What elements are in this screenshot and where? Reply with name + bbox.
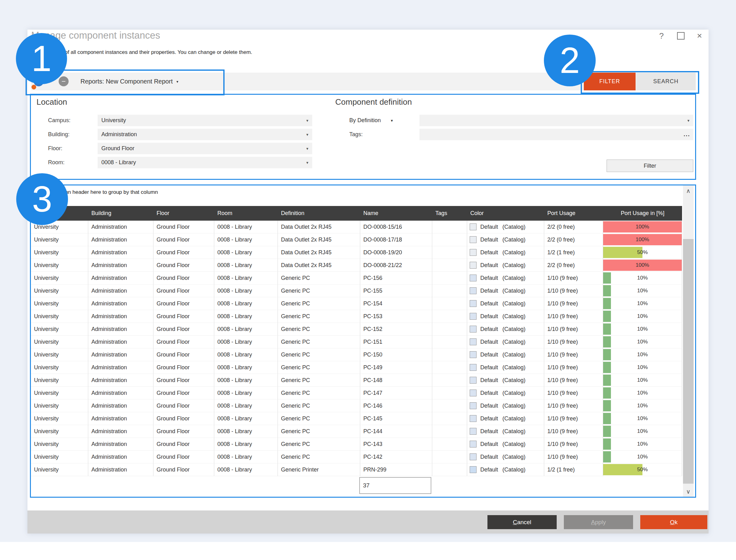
table-row[interactable]: University Administration Ground Floor 0… xyxy=(31,246,682,259)
port-usage-pct-label: 10% xyxy=(603,310,682,323)
color-swatch[interactable] xyxy=(470,364,477,371)
color-swatch[interactable] xyxy=(470,390,477,396)
cell-location: University xyxy=(31,297,88,310)
cell-room: 0008 - Library xyxy=(214,438,278,451)
cell-color: Default (Catalog) xyxy=(467,463,544,476)
vertical-scrollbar[interactable]: ∧ ∨ xyxy=(683,185,694,497)
room-select[interactable]: 0008 - Library ▼ xyxy=(98,157,312,168)
color-name: Default xyxy=(480,463,498,476)
table-row[interactable]: University Administration Ground Floor 0… xyxy=(31,297,682,310)
table-row[interactable]: University Administration Ground Floor 0… xyxy=(31,221,682,233)
cell-port-usage: 1/10 (9 free) xyxy=(544,348,603,361)
cell-building: Administration xyxy=(88,246,153,259)
table-row[interactable]: University Administration Ground Floor 0… xyxy=(31,336,682,348)
maximize-icon[interactable] xyxy=(676,31,686,41)
color-swatch[interactable] xyxy=(470,453,477,460)
cell-floor: Ground Floor xyxy=(153,336,214,348)
table-row[interactable]: University Administration Ground Floor 0… xyxy=(31,348,682,361)
cell-tags xyxy=(432,272,467,285)
campus-select[interactable]: University ▼ xyxy=(98,115,312,126)
filter-button[interactable]: Filter xyxy=(607,160,693,172)
table-row[interactable]: University Administration Ground Floor 0… xyxy=(31,463,682,476)
column-header-port-usage[interactable]: Port Usage xyxy=(544,206,603,221)
column-header-tags[interactable]: Tags xyxy=(432,206,467,221)
color-swatch[interactable] xyxy=(470,262,477,269)
cancel-button[interactable]: Cancel xyxy=(488,515,557,529)
ok-button[interactable]: Ok xyxy=(640,515,707,529)
cell-port-usage-pct: 10% xyxy=(603,425,682,438)
remove-report-button[interactable]: − xyxy=(59,76,69,86)
color-swatch[interactable] xyxy=(470,326,477,333)
table-row[interactable]: University Administration Ground Floor 0… xyxy=(31,412,682,425)
column-header-color[interactable]: Color xyxy=(467,206,544,221)
color-swatch[interactable] xyxy=(470,377,477,384)
table-row[interactable]: University Administration Ground Floor 0… xyxy=(31,285,682,297)
cell-definition: Generic PC xyxy=(278,400,360,412)
table-row[interactable]: University Administration Ground Floor 0… xyxy=(31,387,682,400)
by-definition-selector[interactable]: By Definition ▼ xyxy=(349,115,394,126)
cell-definition: Generic PC xyxy=(278,297,360,310)
dialog-footer: Cancel Apply Ok xyxy=(27,510,709,534)
help-icon[interactable]: ? xyxy=(656,31,667,41)
close-icon[interactable]: × xyxy=(694,31,705,41)
color-name: Default xyxy=(480,272,498,284)
grid-body: University Administration Ground Floor 0… xyxy=(31,221,682,476)
cell-definition: Generic Printer xyxy=(278,463,360,476)
row-count-value: 37 xyxy=(363,482,370,489)
column-header-name[interactable]: Name xyxy=(360,206,432,221)
color-swatch[interactable] xyxy=(470,236,477,243)
color-swatch[interactable] xyxy=(470,415,477,422)
scroll-up-icon[interactable]: ∧ xyxy=(683,186,694,195)
grid-header: Location Building Floor Room Definition … xyxy=(31,206,682,221)
ellipsis-icon[interactable]: ... xyxy=(684,131,690,138)
port-usage-pct-label: 10% xyxy=(603,285,682,297)
column-header-room[interactable]: Room xyxy=(214,206,278,221)
table-row[interactable]: University Administration Ground Floor 0… xyxy=(31,323,682,336)
color-swatch[interactable] xyxy=(470,275,477,281)
filter-tab[interactable]: FILTER xyxy=(584,73,636,90)
column-header-port-usage-pct[interactable]: Port Usage in [%] xyxy=(603,206,682,221)
callout-3: 3 xyxy=(16,173,68,225)
color-swatch[interactable] xyxy=(470,287,477,294)
table-row[interactable]: University Administration Ground Floor 0… xyxy=(31,361,682,374)
scrollbar-thumb[interactable] xyxy=(683,239,694,484)
table-row[interactable]: University Administration Ground Floor 0… xyxy=(31,259,682,272)
floor-value: Ground Floor xyxy=(101,145,134,152)
tags-field[interactable]: ... xyxy=(420,129,693,140)
table-row[interactable]: University Administration Ground Floor 0… xyxy=(31,233,682,246)
location-heading: Location xyxy=(36,97,67,107)
color-swatch[interactable] xyxy=(470,300,477,307)
cell-name: PC-154 xyxy=(360,297,432,310)
scroll-down-icon[interactable]: ∨ xyxy=(683,487,694,496)
definition-select[interactable]: ▼ xyxy=(420,115,693,126)
color-swatch[interactable] xyxy=(470,249,477,256)
table-row[interactable]: University Administration Ground Floor 0… xyxy=(31,374,682,387)
color-swatch[interactable] xyxy=(470,223,477,230)
cell-location: University xyxy=(31,348,88,361)
color-swatch[interactable] xyxy=(470,313,477,320)
column-header-definition[interactable]: Definition xyxy=(278,206,360,221)
building-select[interactable]: Administration ▼ xyxy=(98,129,312,140)
search-tab[interactable]: SEARCH xyxy=(636,73,695,90)
color-swatch[interactable] xyxy=(470,338,477,345)
color-swatch[interactable] xyxy=(470,441,477,448)
cell-name: PC-151 xyxy=(360,336,432,348)
table-row[interactable]: University Administration Ground Floor 0… xyxy=(31,310,682,323)
cell-port-usage: 1/10 (9 free) xyxy=(544,400,603,412)
cell-location: University xyxy=(31,272,88,285)
table-row[interactable]: University Administration Ground Floor 0… xyxy=(31,272,682,285)
color-swatch[interactable] xyxy=(470,402,477,409)
table-row[interactable]: University Administration Ground Floor 0… xyxy=(31,438,682,451)
color-swatch[interactable] xyxy=(470,466,477,473)
column-header-building[interactable]: Building xyxy=(88,206,153,221)
port-usage-pct-label: 10% xyxy=(603,400,682,412)
table-row[interactable]: University Administration Ground Floor 0… xyxy=(31,400,682,412)
color-swatch[interactable] xyxy=(470,428,477,435)
table-row[interactable]: University Administration Ground Floor 0… xyxy=(31,451,682,463)
column-header-floor[interactable]: Floor xyxy=(153,206,214,221)
report-selector[interactable]: Reports: New Component Report ▾ xyxy=(80,73,178,90)
apply-button[interactable]: Apply xyxy=(564,515,633,529)
color-swatch[interactable] xyxy=(470,351,477,358)
floor-select[interactable]: Ground Floor ▼ xyxy=(98,143,312,154)
table-row[interactable]: University Administration Ground Floor 0… xyxy=(31,425,682,438)
